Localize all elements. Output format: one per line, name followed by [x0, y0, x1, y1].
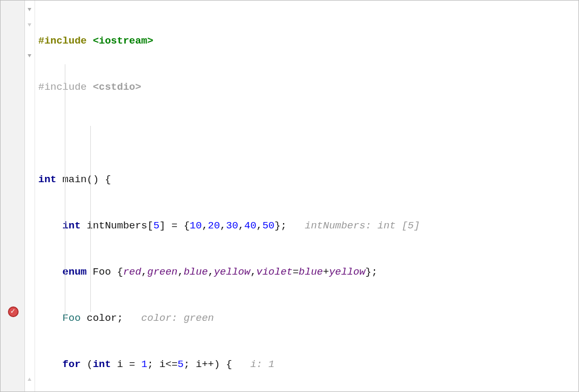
svg-marker-3 — [28, 378, 31, 381]
keyword: enum — [63, 266, 87, 278]
comma: , — [202, 220, 208, 232]
enum-value: red — [123, 266, 141, 278]
code-text: ] = { — [159, 220, 190, 232]
number: 1 — [141, 359, 147, 370]
preprocessor: #include — [38, 81, 93, 93]
indent — [38, 312, 63, 324]
enum-value: blue — [184, 266, 208, 278]
include-target: <cstdio> — [93, 81, 141, 93]
indent-guide — [65, 64, 65, 319]
svg-marker-0 — [28, 8, 31, 11]
gutter[interactable] — [1, 1, 25, 391]
comma: , — [208, 266, 214, 278]
indent — [38, 220, 63, 232]
code-editor[interactable]: #include <iostream> #include <cstdio> in… — [1, 1, 578, 391]
enum-value: yellow — [214, 266, 250, 278]
code-text: intNumbers[ — [81, 220, 154, 232]
fold-icon[interactable] — [27, 22, 33, 29]
preprocessor: #include — [38, 35, 93, 47]
number: 5 — [154, 220, 159, 232]
code-area[interactable]: #include <iostream> #include <cstdio> in… — [35, 1, 578, 391]
code-text: ; i<= — [147, 359, 177, 370]
op: = — [293, 266, 299, 278]
comma: , — [220, 220, 226, 232]
comma: , — [141, 266, 147, 278]
number: 5 — [177, 359, 183, 370]
comma: , — [177, 266, 183, 278]
comma: , — [257, 220, 262, 232]
keyword: int — [38, 174, 56, 185]
code-text: ; i++) { — [184, 359, 250, 370]
svg-marker-1 — [28, 23, 31, 27]
fold-icon[interactable] — [27, 53, 33, 60]
indent — [38, 266, 63, 278]
comma: , — [250, 266, 256, 278]
enum-value: violet — [257, 266, 293, 278]
code-text: i = — [111, 359, 141, 370]
inline-hint: i: 1 — [250, 359, 275, 370]
enum-value: yellow — [329, 266, 365, 278]
number: 30 — [226, 220, 239, 232]
keyword: int — [93, 359, 111, 370]
code-text: ( — [81, 359, 93, 370]
inline-hint: color: green — [141, 312, 214, 324]
indent-guide — [90, 126, 91, 312]
enum-value: blue — [299, 266, 323, 278]
svg-marker-2 — [28, 54, 31, 57]
number: 20 — [208, 220, 220, 232]
number: 10 — [190, 220, 202, 232]
fold-icon[interactable] — [27, 377, 33, 384]
fold-icon[interactable] — [27, 7, 33, 14]
enum-value: green — [147, 266, 177, 278]
fold-column[interactable] — [25, 1, 35, 391]
comma: , — [238, 220, 244, 232]
number: 50 — [262, 220, 275, 232]
op: + — [323, 266, 329, 278]
breakpoint-icon[interactable] — [8, 306, 19, 317]
include-target: <iostream> — [93, 35, 154, 47]
inline-hint: intNumbers: int [5] — [305, 220, 420, 232]
keyword: for — [63, 359, 81, 370]
code-text: Foo { — [87, 266, 123, 278]
code-text: }; — [365, 266, 378, 278]
code-text: color; — [81, 312, 141, 324]
indent — [38, 359, 63, 370]
code-text: }; — [275, 220, 305, 232]
number: 40 — [244, 220, 257, 232]
